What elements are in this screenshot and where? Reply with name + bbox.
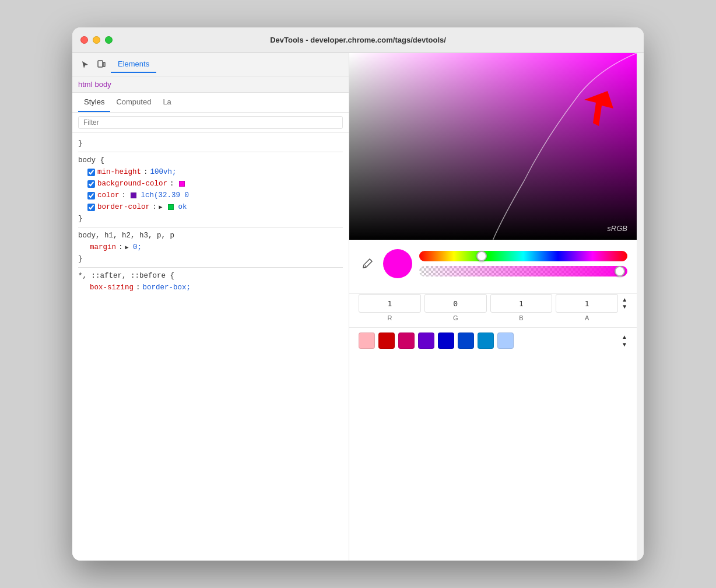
swatch-4[interactable]: [418, 332, 434, 349]
checkbox-color[interactable]: [87, 192, 95, 200]
breadcrumb-body[interactable]: body: [95, 80, 111, 89]
checkbox-min-height[interactable]: [87, 169, 95, 176]
device-icon[interactable]: [94, 58, 108, 72]
minimize-button[interactable]: [93, 36, 100, 44]
swatch-7[interactable]: [478, 332, 494, 349]
swatch-8[interactable]: [497, 332, 514, 349]
rgba-field-g: 0 G: [424, 294, 487, 321]
svg-point-3: [365, 265, 366, 267]
browser-window: DevTools - developer.chrome.com/tags/dev…: [72, 27, 644, 561]
brace-close-3: }: [78, 253, 343, 265]
breadcrumb-html[interactable]: html: [78, 80, 93, 89]
tab-layout[interactable]: La: [157, 93, 177, 112]
eyedropper-button[interactable]: [359, 255, 376, 272]
input-g[interactable]: 0: [424, 294, 487, 313]
hue-slider[interactable]: [419, 251, 627, 261]
css-rule-background-color: background-color :: [78, 178, 343, 190]
swatch-arrow-up[interactable]: ▲: [622, 334, 627, 340]
right-panel: sRGB: [349, 53, 637, 561]
color-controls: [349, 240, 637, 294]
swatch-arrows: ▲ ▼: [622, 334, 627, 348]
scrollbar[interactable]: [637, 53, 644, 561]
swatch-6[interactable]: [458, 332, 474, 349]
checkbox-background-color[interactable]: [87, 180, 95, 188]
tab-elements[interactable]: Elements: [111, 56, 156, 73]
brace-close-2: }: [78, 213, 343, 225]
svg-rect-1: [103, 62, 105, 66]
color-swatch[interactable]: [131, 192, 136, 198]
universal-selector: *, ::after, ::before {: [78, 270, 343, 282]
label-r: R: [387, 314, 392, 321]
checkbox-border-color[interactable]: [87, 204, 95, 211]
alpha-slider[interactable]: [419, 266, 627, 276]
swatch-3[interactable]: [398, 332, 415, 349]
css-content: } body { min-height : 100vh; background-…: [72, 133, 349, 561]
body-h1-selector: body, h1, h2, h3, p, p: [78, 230, 343, 242]
filter-input[interactable]: [78, 116, 343, 129]
css-rule-min-height: min-height : 100vh;: [78, 166, 343, 178]
input-r[interactable]: 1: [359, 294, 421, 313]
bg-color-swatch[interactable]: [179, 181, 185, 187]
srgb-label: sRGB: [607, 224, 627, 233]
arrow-down[interactable]: ▼: [622, 304, 627, 310]
close-button[interactable]: [80, 36, 88, 44]
rgba-field-r: 1 R: [359, 294, 421, 321]
hue-thumb: [476, 251, 487, 261]
css-rule-box-sizing: box-sizing : border-box;: [78, 282, 343, 293]
svg-rect-0: [98, 61, 103, 67]
input-b[interactable]: 1: [490, 294, 553, 313]
brace-close-1: }: [78, 138, 343, 149]
devtools-body: Elements html body Styles Computed La: [72, 53, 644, 561]
tab-styles[interactable]: Styles: [78, 93, 110, 112]
filter-bar: [72, 113, 349, 133]
traffic-lights: [80, 36, 113, 44]
alpha-thumb: [615, 266, 625, 276]
style-tabs: Styles Computed La: [72, 93, 349, 113]
color-row1: [359, 249, 627, 278]
input-a[interactable]: 1: [556, 294, 618, 313]
swatches-row: ▲ ▼: [349, 327, 637, 354]
color-gradient[interactable]: sRGB: [349, 53, 637, 240]
swatch-1[interactable]: [359, 332, 375, 349]
css-rule-color: color : lch(32.39 0: [78, 190, 343, 201]
gradient-bg: [349, 53, 637, 240]
left-panel: Elements html body Styles Computed La: [72, 53, 349, 561]
sliders-area: [419, 251, 627, 276]
rgba-arrows: ▲ ▼: [622, 297, 627, 319]
breadcrumb: html body: [72, 76, 349, 93]
label-a: A: [585, 314, 589, 321]
arrow-up[interactable]: ▲: [622, 297, 627, 303]
tab-computed[interactable]: Computed: [110, 93, 157, 112]
swatch-arrow-down[interactable]: ▼: [622, 341, 627, 348]
body-selector: body {: [78, 155, 343, 166]
label-g: G: [453, 314, 458, 321]
rgba-field-a: 1 A: [556, 294, 618, 321]
rgba-field-b: 1 B: [490, 294, 553, 321]
label-b: B: [519, 314, 523, 321]
swatch-2[interactable]: [378, 332, 395, 349]
maximize-button[interactable]: [105, 36, 113, 44]
rgba-inputs: 1 R 0 G 1 B 1 A ▲ ▼: [349, 294, 637, 327]
css-rule-margin: margin : ▶ 0;: [78, 242, 343, 253]
css-rule-border-color: border-color : ▶ ok: [78, 201, 343, 213]
border-color-swatch[interactable]: [168, 204, 174, 210]
devtools-tabs: Elements: [72, 53, 349, 76]
titlebar: DevTools - developer.chrome.com/tags/dev…: [72, 27, 644, 53]
window-title: DevTools - developer.chrome.com/tags/dev…: [270, 36, 446, 44]
color-preview-circle: [383, 249, 412, 278]
swatch-5[interactable]: [438, 332, 454, 349]
cursor-icon[interactable]: [78, 58, 92, 72]
